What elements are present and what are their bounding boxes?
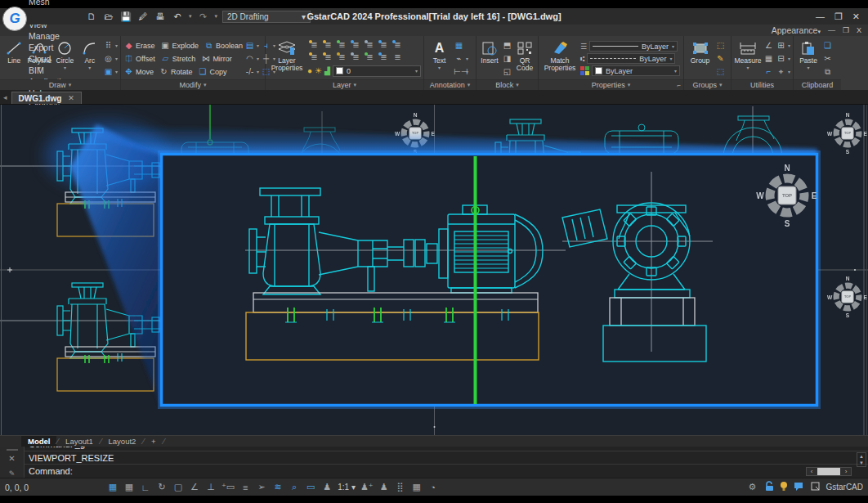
panel-groups-footer[interactable]: Groups▾ xyxy=(684,79,731,90)
viewcube-compass-right-top[interactable] xyxy=(827,112,867,155)
ungroup-icon[interactable]: ⬚ xyxy=(715,40,726,51)
ortho-icon[interactable]: ∟ xyxy=(139,481,152,494)
panel-utilities-footer[interactable]: Utilities xyxy=(732,79,793,90)
panel-draw-footer[interactable]: Draw▾ xyxy=(0,79,120,90)
paste-button[interactable]: Paste ▾ xyxy=(796,38,821,79)
panel-properties-footer[interactable]: Properties▾⌐ xyxy=(539,79,683,90)
ellipse-tool-button[interactable]: ◎▾ xyxy=(103,53,118,64)
command-close-icon[interactable]: ✕ xyxy=(8,454,15,463)
redo-dropdown-icon[interactable]: ▾ xyxy=(215,13,218,20)
snap-icon[interactable]: ▦ xyxy=(106,481,119,494)
rectangle-tool-button[interactable]: ⠿▾ xyxy=(103,40,118,51)
layer-bulb-icon[interactable]: ● xyxy=(307,66,312,75)
leader-button[interactable]: ⌁▾ xyxy=(454,53,468,64)
workspace-switch-icon[interactable]: ▭ xyxy=(304,481,317,494)
tab-scroll-left-icon[interactable]: ◂ xyxy=(2,93,11,104)
group-button[interactable]: Group xyxy=(687,38,714,79)
redo-icon[interactable]: ↷ xyxy=(198,11,209,22)
rotate-button[interactable]: ↻Rotate xyxy=(159,66,193,77)
id-point-icon[interactable]: ⌐⌖▾ xyxy=(763,66,790,77)
erase-button[interactable]: ◆Erase xyxy=(123,40,155,51)
new-file-icon[interactable]: 🗋 xyxy=(86,11,97,22)
arc-button[interactable]: Arc ▾ xyxy=(78,38,101,79)
block-attach-icon[interactable]: ◨ xyxy=(502,53,512,64)
object-snap-icon[interactable]: ▢ xyxy=(172,481,185,494)
layer-unlock-icon[interactable]: ≣ xyxy=(335,52,349,65)
hardware-acceleration-bulb-icon[interactable] xyxy=(780,481,788,493)
panel-modify-footer[interactable]: Modify▾ xyxy=(121,79,265,90)
clean-screen-icon[interactable]: ◔ xyxy=(427,481,440,494)
quick-calc-icon[interactable]: ∠⊞▾ xyxy=(763,40,790,51)
layer-unisolate-icon[interactable]: ≣ xyxy=(363,40,377,52)
command-horizontal-scrollbar[interactable]: ‹ › xyxy=(806,467,852,476)
zoom-icon[interactable]: ⌕ xyxy=(288,481,301,494)
layer-match-icon[interactable]: ≣ xyxy=(377,40,391,52)
insert-button[interactable]: Insert xyxy=(479,38,500,79)
drawing-area[interactable]: TOP N S W E xyxy=(0,105,868,435)
explode-button[interactable]: ▣Explode xyxy=(160,40,199,51)
doc-minimize-button[interactable]: — xyxy=(828,26,835,34)
clean-screen-corner-icon[interactable] xyxy=(811,482,820,492)
layer-isolate-icon[interactable]: ≣ xyxy=(349,40,363,52)
layer-states-icon[interactable]: ≣ xyxy=(391,52,405,65)
measure-button[interactable]: Measure ▾ xyxy=(734,38,762,79)
command-prompt[interactable]: Command: xyxy=(25,465,868,478)
tab-add-layout[interactable]: + xyxy=(145,436,163,447)
dimension-button[interactable]: ⊢⊣▾ xyxy=(454,66,468,77)
polar-tracking-icon[interactable]: ↻ xyxy=(155,481,168,494)
layer-lock-icon[interactable]: ≣ xyxy=(335,40,349,52)
scrollbar-thumb[interactable] xyxy=(817,468,840,475)
block-edit-icon[interactable]: ⬒ xyxy=(502,40,512,51)
layer-freeze-icon[interactable]: ≣ xyxy=(321,40,335,52)
annotation-monitor-icon[interactable]: ♟ xyxy=(378,481,391,494)
scroll-left-icon[interactable]: ‹ xyxy=(807,468,817,475)
document-tab[interactable]: DWG1.dwg ✕ xyxy=(11,92,82,104)
appearance-menu[interactable]: Appearance▾ xyxy=(772,25,821,35)
lineweight-icon[interactable]: ≡ xyxy=(239,481,252,494)
save-as-icon[interactable]: 🖉 xyxy=(137,11,149,22)
dynamic-input-icon[interactable]: ⁺▭ xyxy=(221,481,235,494)
save-icon[interactable]: 💾 xyxy=(120,11,132,22)
circle-button[interactable]: Circle ▾ xyxy=(53,38,76,79)
print-icon[interactable]: 🖶 xyxy=(154,11,166,22)
layer-walk-icon[interactable]: ≣ xyxy=(391,40,405,52)
undo-icon[interactable]: ↶ xyxy=(172,11,183,22)
isolate-objects-icon[interactable]: ≋ xyxy=(271,481,284,494)
color-select[interactable]: ByLayer▾ xyxy=(592,65,680,76)
app-logo-icon[interactable]: G xyxy=(2,7,27,31)
panel-block-footer[interactable]: Block▾ xyxy=(477,79,538,90)
cut-clip-icon[interactable]: ✂ xyxy=(822,53,833,64)
grid-icon[interactable]: ▦ xyxy=(123,481,136,494)
scroll-right-icon[interactable]: › xyxy=(841,468,851,475)
hatch-tool-button[interactable]: ▣▾ xyxy=(103,66,118,77)
block-base-icon[interactable]: ◱ xyxy=(502,66,512,77)
window-close-button[interactable]: ✕ xyxy=(852,11,860,22)
offset-button[interactable]: ⎅Offset xyxy=(123,53,155,64)
doc-restore-button[interactable]: ❐ xyxy=(843,26,849,34)
qat-customize-icon[interactable]: ⌄ xyxy=(317,13,323,20)
polyline-button[interactable]: Polyline ▾ xyxy=(27,38,51,79)
calculator-icon[interactable]: ▦⊟▾ xyxy=(763,53,790,64)
command-customize-icon[interactable]: ✎ xyxy=(9,469,16,478)
layer-on-icon[interactable]: ≣ xyxy=(307,40,321,52)
drawing-canvas[interactable]: TOP N S W E xyxy=(0,105,868,435)
auto-annotation-icon[interactable]: ♟⁺ xyxy=(360,481,374,494)
layer-merge-icon[interactable]: ≣ xyxy=(349,52,363,65)
line-button[interactable]: Line xyxy=(2,38,25,79)
unlock-ui-icon[interactable] xyxy=(764,481,774,493)
properties-dialog-launcher-icon[interactable]: ⌐ xyxy=(677,82,681,89)
mirror-button[interactable]: ⋈Mirror xyxy=(200,53,232,64)
layer-select-combo[interactable]: 0 ▾ xyxy=(333,65,421,77)
group-selection-icon[interactable]: ⬚ xyxy=(715,66,726,77)
stretch-button[interactable]: ▱Stretch xyxy=(160,53,196,64)
layer-delete-icon[interactable]: ≣ xyxy=(363,52,377,65)
dynamic-ucs-icon[interactable]: ⊥ xyxy=(204,481,217,494)
panel-annotation-footer[interactable]: Annotation▾ xyxy=(424,79,476,90)
layer-unlock-state-icon[interactable]: ▟ xyxy=(324,67,330,75)
document-tab-close-icon[interactable]: ✕ xyxy=(68,94,74,102)
command-scroll-spinner[interactable]: ▲▼ xyxy=(857,452,866,467)
panel-clipboard-footer[interactable]: Clipboard xyxy=(794,79,841,90)
panel-layer-footer[interactable]: Layer▾ xyxy=(266,79,423,90)
layer-prev-icon[interactable]: ≣ xyxy=(377,52,391,65)
doc-close-button[interactable]: X xyxy=(857,26,861,34)
